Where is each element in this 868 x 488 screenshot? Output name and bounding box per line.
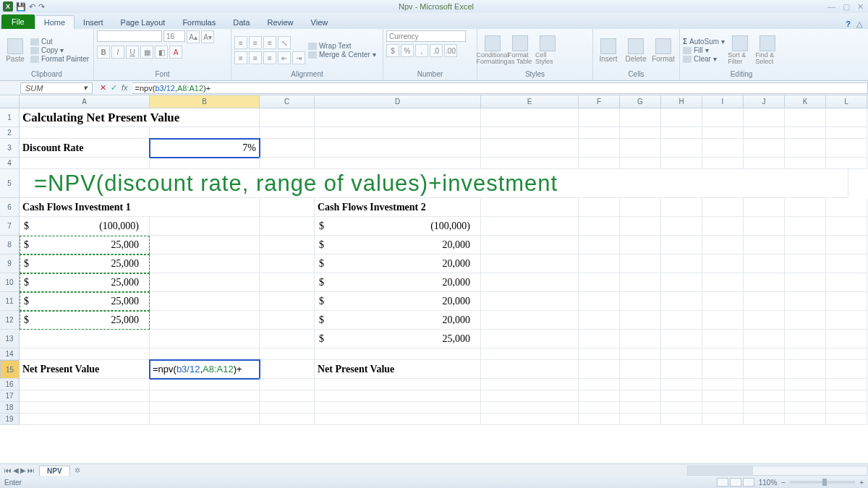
sheet-nav-first-icon[interactable]: ⏮ — [4, 466, 12, 474]
fx-icon[interactable]: fx — [122, 83, 128, 93]
col-B[interactable]: B — [150, 95, 260, 108]
orientation-icon[interactable]: ⤡ — [278, 36, 291, 49]
minimize-icon[interactable]: — — [827, 2, 835, 12]
cancel-edit-icon[interactable]: ✕ — [100, 83, 106, 93]
row-5[interactable]: 5 — [0, 169, 20, 198]
cell-A13[interactable] — [20, 330, 150, 348]
align-center-icon[interactable]: ≡ — [249, 51, 262, 64]
cell-A1[interactable]: Calculating Net Present Value — [20, 108, 260, 127]
horizontal-scrollbar[interactable] — [687, 466, 868, 476]
select-all-corner[interactable] — [0, 95, 20, 108]
cell-D9[interactable]: $20,000 — [315, 254, 481, 273]
format-cells-button[interactable]: Format — [651, 38, 676, 63]
row-1[interactable]: 1 — [0, 108, 20, 127]
col-C[interactable]: C — [260, 95, 315, 108]
view-normal-icon[interactable] — [717, 478, 728, 487]
percent-icon[interactable]: % — [401, 44, 414, 57]
zoom-level[interactable]: 110% — [759, 479, 778, 487]
redo-icon[interactable]: ↷ — [38, 2, 45, 12]
align-bottom-icon[interactable]: ≡ — [263, 36, 276, 49]
row-16[interactable]: 16 — [0, 379, 20, 390]
col-L[interactable]: L — [826, 95, 867, 108]
cell-D7[interactable]: $(100,000) — [315, 217, 481, 236]
restore-icon[interactable]: ▢ — [843, 2, 850, 12]
align-middle-icon[interactable]: ≡ — [249, 36, 262, 49]
col-K[interactable]: K — [785, 95, 826, 108]
number-format-select[interactable]: Currency — [386, 30, 466, 42]
zoom-slider[interactable] — [790, 481, 855, 484]
name-box[interactable]: SUM ▾ — [20, 82, 93, 94]
cell-D8[interactable]: $20,000 — [315, 236, 481, 254]
cell-A9[interactable]: $25,000 — [20, 254, 150, 273]
increase-indent-icon[interactable]: ⇥ — [292, 51, 305, 64]
sort-filter-button[interactable]: Sort & Filter — [728, 35, 752, 65]
cell-A11[interactable]: $25,000 — [20, 292, 150, 311]
borders-button[interactable]: ▦ — [140, 46, 153, 59]
comma-icon[interactable]: , — [415, 44, 428, 57]
row-8[interactable]: 8 — [0, 236, 20, 254]
autosum-button[interactable]: Σ AutoSum ▾ — [683, 38, 725, 46]
col-E[interactable]: E — [481, 95, 579, 108]
cell-D15[interactable]: Net Present Value — [315, 360, 481, 379]
fill-button[interactable]: Fill ▾ — [683, 46, 725, 54]
copy-button[interactable]: Copy ▾ — [30, 46, 89, 54]
formula-input[interactable]: =npv(b3/12,A8:A12)+ — [132, 82, 868, 94]
row-6[interactable]: 6 — [0, 198, 20, 217]
tab-page-layout[interactable]: Page Layout — [112, 16, 174, 29]
font-family-select[interactable] — [97, 30, 162, 42]
cell-B15-editing[interactable]: =npv(b3/12,A8:A12)+ — [150, 360, 260, 379]
align-right-icon[interactable]: ≡ — [263, 51, 276, 64]
cell-A12[interactable]: $25,000 — [20, 311, 150, 330]
save-icon[interactable]: 💾 — [16, 2, 26, 12]
cell-grid[interactable]: 1 2 3 4 5 6 7 8 9 10 11 12 13 14 15 16 1… — [0, 108, 868, 425]
decrease-indent-icon[interactable]: ⇤ — [278, 51, 291, 64]
paste-button[interactable]: Paste — [3, 38, 27, 63]
cell-D11[interactable]: $20,000 — [315, 292, 481, 311]
currency-icon[interactable]: $ — [386, 44, 399, 57]
row-14[interactable]: 14 — [0, 348, 20, 360]
row-9[interactable]: 9 — [0, 254, 20, 273]
conditional-formatting-button[interactable]: Conditional Formatting — [480, 35, 505, 65]
col-A[interactable]: A — [20, 95, 150, 108]
row-3[interactable]: 3 — [0, 139, 20, 158]
zoom-in-icon[interactable]: + — [859, 479, 864, 487]
sheet-nav-next-icon[interactable]: ▶ — [20, 466, 26, 474]
row-10[interactable]: 10 — [0, 273, 20, 292]
fill-color-button[interactable]: ◧ — [155, 46, 168, 59]
minimize-ribbon-icon[interactable]: △ — [856, 20, 862, 29]
view-page-layout-icon[interactable] — [730, 478, 741, 487]
tab-file[interactable]: File — [1, 14, 35, 29]
cell-A3[interactable]: Discount Rate — [20, 139, 150, 158]
cell-A10[interactable]: $25,000 — [20, 273, 150, 292]
row-2[interactable]: 2 — [0, 127, 20, 139]
cell-D13[interactable]: $25,000 — [315, 330, 481, 348]
tab-home[interactable]: Home — [35, 15, 75, 29]
delete-cells-button[interactable]: Delete — [624, 38, 648, 63]
cell-A7[interactable]: $(100,000) — [20, 217, 150, 236]
row-7[interactable]: 7 — [0, 217, 20, 236]
cell-A6[interactable]: Cash Flows Investment 1 — [20, 198, 260, 217]
cell-D10[interactable]: $20,000 — [315, 273, 481, 292]
row-18[interactable]: 18 — [0, 402, 20, 414]
row-19[interactable]: 19 — [0, 414, 20, 425]
format-as-table-button[interactable]: Format as Table — [508, 35, 532, 65]
cell-A15[interactable]: Net Present Value — [20, 360, 150, 379]
tab-formulas[interactable]: Formulas — [174, 16, 224, 29]
cut-button[interactable]: Cut — [30, 38, 89, 46]
row-12[interactable]: 12 — [0, 311, 20, 330]
col-D[interactable]: D — [315, 95, 481, 108]
undo-icon[interactable]: ↶ — [29, 2, 35, 12]
bold-button[interactable]: B — [97, 46, 110, 59]
row-13[interactable]: 13 — [0, 330, 20, 348]
decrease-decimal-icon[interactable]: .00 — [444, 44, 457, 57]
underline-button[interactable]: U — [126, 46, 139, 59]
insert-cells-button[interactable]: Insert — [596, 38, 621, 63]
merge-center-button[interactable]: Merge & Center ▾ — [308, 51, 376, 59]
cell-D12[interactable]: $20,000 — [315, 311, 481, 330]
confirm-edit-icon[interactable]: ✓ — [111, 83, 117, 93]
zoom-out-icon[interactable]: − — [781, 479, 786, 487]
sheet-nav-prev-icon[interactable]: ◀ — [13, 466, 19, 474]
align-top-icon[interactable]: ≡ — [234, 36, 247, 49]
italic-button[interactable]: I — [111, 46, 124, 59]
help-icon[interactable]: ? — [846, 20, 851, 29]
